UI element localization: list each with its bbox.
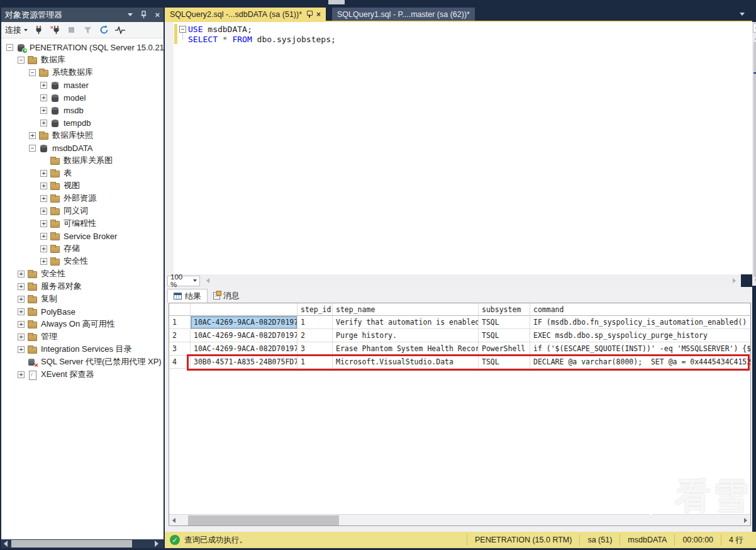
expander-icon[interactable]	[40, 233, 47, 240]
collapse-minus-icon[interactable]: −	[179, 26, 186, 33]
tree-item[interactable]: 存储	[1, 242, 164, 255]
row-number-cell[interactable]: 4	[169, 356, 191, 369]
job-id-cell[interactable]: 30B0-4571-A835-24B075FD750B	[191, 356, 297, 369]
job-id-cell[interactable]: 10AC-4269-9ACA-082D701970E2	[191, 342, 297, 356]
zoom-select[interactable]: 100 %	[167, 276, 200, 286]
scroll-right-arrow-icon[interactable]	[155, 541, 158, 547]
step-id-cell[interactable]: 1	[297, 316, 333, 329]
expander-icon[interactable]	[6, 44, 13, 51]
job-id-cell[interactable]: 10AC-4269-9ACA-082D701970E2	[191, 316, 297, 329]
expander-icon[interactable]	[18, 57, 25, 64]
expander-icon[interactable]	[40, 182, 47, 189]
column-header-step-id[interactable]: step_id	[297, 303, 333, 316]
tree-item[interactable]: PolyBase	[1, 305, 164, 318]
tree-item[interactable]: 安全性	[1, 255, 164, 267]
step-name-cell[interactable]: Erase Phantom System Health Records.	[333, 342, 479, 356]
grid-row[interactable]: 3 10AC-4269-9ACA-082D701970E2 3 Erase Ph…	[169, 342, 750, 356]
expander-icon[interactable]	[40, 258, 47, 265]
connect-button[interactable]: 连接	[5, 25, 28, 36]
column-header[interactable]	[191, 303, 297, 316]
column-header-step-name[interactable]: step_name	[333, 303, 479, 316]
row-number-cell[interactable]: 3	[169, 342, 191, 356]
expander-icon[interactable]	[40, 220, 47, 227]
command-cell[interactable]: DECLARE @a varchar(8000); SET @a = 0x444…	[530, 356, 750, 369]
scroll-left-arrow-icon[interactable]	[172, 518, 175, 523]
expander-icon[interactable]	[40, 94, 47, 101]
subsystem-cell[interactable]: TSQL	[479, 316, 530, 329]
tree-item[interactable]: PENETRATION (SQL Server 15.0.21	[1, 41, 164, 53]
expander-icon[interactable]	[29, 145, 36, 152]
expander-icon[interactable]	[40, 245, 47, 252]
subsystem-cell[interactable]: PowerShell	[479, 342, 530, 356]
grid-row[interactable]: 1 10AC-4269-9ACA-082D701970E2 1 Verify t…	[169, 316, 750, 329]
tree-item[interactable]: XEvent 探查器	[1, 368, 164, 381]
tab-results[interactable]: 结果	[167, 289, 208, 303]
splitter-grip-icon[interactable]	[753, 23, 756, 33]
step-name-cell[interactable]: Verify that automation is enabled.	[333, 316, 479, 329]
subsystem-cell[interactable]: TSQL	[479, 329, 530, 342]
tree-item[interactable]: 复制	[1, 293, 164, 305]
expander-icon[interactable]	[40, 120, 47, 126]
expander-icon[interactable]	[29, 132, 36, 139]
column-header-command[interactable]: command	[530, 303, 750, 316]
tree-item[interactable]: 视图	[1, 179, 164, 192]
tab-sqlquery2[interactable]: SQLQuery2.sql -...sdbDATA (sa (51))* ×	[165, 8, 326, 21]
tree-item[interactable]: Always On 高可用性	[1, 318, 164, 330]
tab-messages[interactable]: 消息	[208, 289, 245, 303]
scroll-right-arrow-icon[interactable]	[733, 278, 736, 283]
tree-item[interactable]: msdb	[1, 104, 164, 116]
code-line-2[interactable]: SELECT * FROM dbo.sysjobsteps;	[188, 34, 336, 44]
results-grid[interactable]: step_id step_name subsystem command 1 10…	[169, 303, 751, 526]
tree-item[interactable]: 数据库	[1, 53, 164, 66]
scrollbar-thumb[interactable]	[188, 515, 339, 525]
expander-icon[interactable]	[18, 334, 25, 340]
command-cell[interactable]: IF (msdb.dbo.fn_syspolicy_is_automation_…	[530, 316, 750, 329]
scrollbar-track[interactable]	[753, 42, 756, 277]
command-cell[interactable]: if ('$(ESCAPE_SQUOTE(INST))' -eq 'MSSQLS…	[530, 342, 750, 356]
scroll-right-arrow-icon[interactable]	[744, 518, 747, 523]
disconnect-plug-icon[interactable]: ×	[50, 25, 60, 35]
tree-item[interactable]: 安全性	[1, 267, 164, 280]
window-position-chevron-icon[interactable]	[128, 13, 133, 16]
scroll-left-arrow-icon[interactable]	[4, 541, 8, 547]
pin-icon[interactable]	[306, 10, 312, 18]
expander-icon[interactable]	[18, 346, 25, 353]
step-id-cell[interactable]: 3	[297, 342, 333, 356]
row-number-cell[interactable]: 1	[169, 316, 191, 329]
editor-vertical-scrollbar[interactable]	[752, 22, 756, 286]
tree-item[interactable]: 表	[1, 167, 164, 179]
tree-item[interactable]: msdbDATA	[1, 142, 164, 154]
close-icon[interactable]: ×	[155, 11, 160, 19]
object-explorer-hscrollbar[interactable]	[1, 539, 164, 548]
refresh-icon[interactable]	[99, 25, 109, 35]
object-explorer-titlebar[interactable]: 对象资源管理器 ×	[1, 8, 164, 22]
connect-plug-icon[interactable]	[33, 25, 44, 35]
tree-item[interactable]: Service Broker	[1, 230, 164, 242]
expander-icon[interactable]	[40, 208, 47, 215]
tab-sqlquery1[interactable]: SQLQuery1.sql - P....master (sa (62))*	[332, 8, 475, 21]
tree-item[interactable]: 管理	[1, 330, 164, 343]
column-header-subsystem[interactable]: subsystem	[479, 303, 530, 316]
sql-editor[interactable]: −USE msdbDATA; SELECT * FROM dbo.sysjobs…	[165, 21, 752, 274]
close-icon[interactable]: ×	[316, 11, 321, 18]
step-id-cell[interactable]: 1	[297, 356, 333, 369]
grid-row[interactable]: 2 10AC-4269-9ACA-082D701970E2 2 Purge hi…	[169, 329, 750, 342]
tree-item[interactable]: 同义词	[1, 205, 164, 217]
expander-icon[interactable]	[18, 321, 25, 328]
scroll-left-arrow-icon[interactable]	[206, 278, 209, 283]
step-name-cell[interactable]: Microsoft.VisualStudio.Data	[333, 356, 479, 369]
filter-icon[interactable]	[82, 25, 93, 35]
expander-icon[interactable]	[40, 107, 47, 114]
expander-icon[interactable]	[40, 82, 47, 89]
tree-item[interactable]: 系统数据库	[1, 66, 164, 79]
command-cell[interactable]: EXEC msdb.dbo.sp_syspolicy_purge_history	[530, 329, 750, 342]
expander-icon[interactable]	[18, 283, 25, 290]
expander-icon[interactable]	[18, 308, 25, 315]
expander-icon[interactable]	[29, 69, 36, 76]
expander-icon[interactable]	[18, 296, 25, 303]
stop-icon[interactable]	[66, 25, 77, 35]
scrollbar-thumb[interactable]	[11, 540, 132, 547]
tree-item[interactable]: 数据库关系图	[1, 154, 164, 167]
subsystem-cell[interactable]: TSQL	[479, 356, 530, 369]
row-number-cell[interactable]: 2	[169, 329, 191, 342]
